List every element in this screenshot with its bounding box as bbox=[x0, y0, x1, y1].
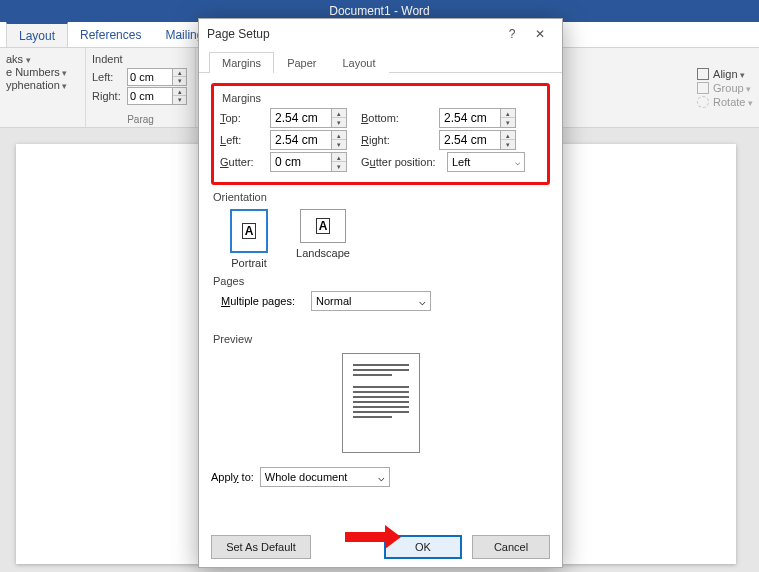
chevron-down-icon: ⌵ bbox=[419, 295, 426, 308]
multiple-pages-select[interactable]: Normal⌵ bbox=[311, 291, 431, 311]
spin-up-icon[interactable]: ▴ bbox=[501, 131, 515, 140]
spin-down-icon[interactable]: ▾ bbox=[173, 77, 186, 85]
ribbon-tab-layout[interactable]: Layout bbox=[6, 22, 68, 47]
help-button[interactable]: ? bbox=[498, 22, 526, 46]
spin-down-icon[interactable]: ▾ bbox=[501, 140, 515, 149]
spin-down-icon[interactable]: ▾ bbox=[173, 96, 186, 104]
landscape-icon: A bbox=[300, 209, 346, 243]
tab-paper[interactable]: Paper bbox=[274, 52, 329, 73]
pages-label: Pages bbox=[213, 275, 550, 287]
rotate-icon bbox=[697, 96, 709, 108]
dialog-title-bar: Page Setup ? ✕ bbox=[199, 19, 562, 49]
tab-layout[interactable]: Layout bbox=[329, 52, 388, 73]
spin-up-icon[interactable]: ▴ bbox=[173, 88, 186, 96]
group-button: Group bbox=[713, 82, 751, 94]
close-button[interactable]: ✕ bbox=[526, 22, 554, 46]
dialog-tabs: Margins Paper Layout bbox=[199, 49, 562, 73]
dialog-buttons: Set As Default OK Cancel bbox=[199, 527, 562, 567]
indent-right-label: Right: bbox=[92, 90, 123, 102]
indent-left-label: Left: bbox=[92, 71, 123, 83]
rotate-button: Rotate bbox=[713, 96, 753, 108]
left-input[interactable]: ▴▾ bbox=[270, 130, 347, 150]
hyphenation-button[interactable]: yphenation bbox=[6, 79, 67, 91]
spin-down-icon[interactable]: ▾ bbox=[332, 118, 346, 127]
gutter-label: Gutter: bbox=[220, 156, 270, 168]
orientation-group: A Portrait A Landscape bbox=[221, 209, 550, 269]
top-label: TTop:op: bbox=[220, 112, 270, 124]
multiple-pages-label: Multiple pages: bbox=[221, 295, 303, 307]
ribbon-group-arrange: Align Group Rotate bbox=[687, 48, 753, 127]
indent-right-input[interactable]: ▴▾ bbox=[127, 87, 187, 105]
bottom-label: Bottom: bbox=[361, 112, 439, 124]
cancel-button[interactable]: Cancel bbox=[472, 535, 550, 559]
spin-up-icon[interactable]: ▴ bbox=[332, 153, 346, 162]
orientation-portrait[interactable]: A Portrait bbox=[221, 209, 277, 269]
right-input[interactable]: ▴▾ bbox=[439, 130, 516, 150]
align-icon bbox=[697, 68, 709, 80]
spin-down-icon[interactable]: ▾ bbox=[332, 140, 346, 149]
bottom-input[interactable]: ▴▾ bbox=[439, 108, 516, 128]
indent-left-input[interactable]: ▴▾ bbox=[127, 68, 187, 86]
apply-to-select[interactable]: Whole document⌵ bbox=[260, 467, 390, 487]
indent-label: Indent bbox=[92, 53, 123, 65]
tab-margins[interactable]: Margins bbox=[209, 52, 274, 73]
orientation-landscape[interactable]: A Landscape bbox=[295, 209, 351, 269]
spin-up-icon[interactable]: ▴ bbox=[501, 109, 515, 118]
ribbon-tab-references[interactable]: References bbox=[68, 22, 153, 47]
preview-thumbnail bbox=[342, 353, 420, 453]
gutter-input[interactable]: ▴▾ bbox=[270, 152, 347, 172]
margins-section-label: Margins bbox=[222, 92, 541, 104]
app-title: Document1 - Word bbox=[329, 4, 429, 18]
portrait-icon: A bbox=[230, 209, 268, 253]
margins-highlight: Margins TTop:op: ▴▾ Bottom: ▴▾ Left: ▴▾ … bbox=[211, 83, 550, 185]
gutter-pos-select[interactable]: Left⌵ bbox=[447, 152, 525, 172]
spin-down-icon[interactable]: ▾ bbox=[332, 162, 346, 171]
left-label: Left: bbox=[220, 134, 270, 146]
ribbon-group-paragraph: Indent Left: ▴▾ Right: ▴▾ Parag bbox=[86, 48, 196, 127]
align-button[interactable]: Align bbox=[713, 68, 745, 80]
chevron-down-icon: ⌵ bbox=[378, 471, 385, 484]
top-input[interactable]: ▴▾ bbox=[270, 108, 347, 128]
ribbon-group-pagesetup: aks e Numbers yphenation bbox=[0, 48, 86, 127]
apply-to-label: Apply to: bbox=[211, 471, 254, 483]
spin-up-icon[interactable]: ▴ bbox=[332, 109, 346, 118]
chevron-down-icon: ⌵ bbox=[515, 157, 520, 167]
spin-up-icon[interactable]: ▴ bbox=[173, 69, 186, 77]
ok-button[interactable]: OK bbox=[384, 535, 462, 559]
spin-up-icon[interactable]: ▴ bbox=[332, 131, 346, 140]
spin-down-icon[interactable]: ▾ bbox=[501, 118, 515, 127]
line-numbers-button[interactable]: e Numbers bbox=[6, 66, 67, 78]
page-setup-dialog: Page Setup ? ✕ Margins Paper Layout Marg… bbox=[198, 18, 563, 568]
preview-label: Preview bbox=[213, 333, 550, 345]
breaks-button[interactable]: aks bbox=[6, 53, 31, 65]
group-icon bbox=[697, 82, 709, 94]
right-label: Right: bbox=[361, 134, 439, 146]
orientation-label: Orientation bbox=[213, 191, 550, 203]
paragraph-group-label: Parag bbox=[86, 114, 195, 125]
dialog-title: Page Setup bbox=[207, 27, 270, 41]
gutter-pos-label: Gutter position: bbox=[361, 156, 447, 168]
set-default-button[interactable]: Set As Default bbox=[211, 535, 311, 559]
